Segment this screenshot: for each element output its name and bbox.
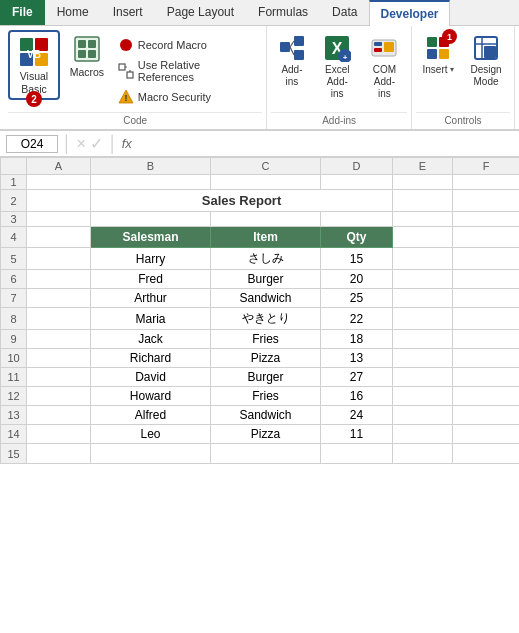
cell-e7[interactable] [393, 289, 453, 308]
cell-e6[interactable] [393, 270, 453, 289]
cell-a2[interactable] [27, 190, 91, 212]
tab-data[interactable]: Data [320, 0, 369, 25]
cell-d10[interactable]: 13 [321, 349, 393, 368]
cell-d14[interactable]: 11 [321, 425, 393, 444]
cell-c4-header[interactable]: Item [211, 227, 321, 248]
tab-file[interactable]: File [0, 0, 45, 25]
visual-basic-button[interactable]: VB VisualBasic 2 [8, 30, 60, 100]
cell-f9[interactable] [453, 330, 520, 349]
col-header-e[interactable]: E [393, 158, 453, 175]
cell-c7[interactable]: Sandwich [211, 289, 321, 308]
cell-f8[interactable] [453, 308, 520, 330]
excel-add-ins-button[interactable]: X + ExcelAdd-ins [315, 30, 360, 103]
cell-e9[interactable] [393, 330, 453, 349]
cell-b13[interactable]: Alfred [91, 406, 211, 425]
cell-b8[interactable]: Maria [91, 308, 211, 330]
cell-d5[interactable]: 15 [321, 248, 393, 270]
macros-button[interactable]: Macros [64, 30, 110, 81]
cell-a15[interactable] [27, 444, 91, 464]
cell-b1[interactable] [91, 175, 211, 190]
cell-f6[interactable] [453, 270, 520, 289]
cell-b11[interactable]: David [91, 368, 211, 387]
cell-e5[interactable] [393, 248, 453, 270]
record-macro-button[interactable]: Record Macro [114, 34, 261, 56]
cell-c11[interactable]: Burger [211, 368, 321, 387]
cell-b3[interactable] [91, 212, 211, 227]
cell-a5[interactable] [27, 248, 91, 270]
cell-a8[interactable] [27, 308, 91, 330]
cell-b9[interactable]: Jack [91, 330, 211, 349]
cell-d9[interactable]: 18 [321, 330, 393, 349]
cell-a11[interactable] [27, 368, 91, 387]
cell-a14[interactable] [27, 425, 91, 444]
cell-b14[interactable]: Leo [91, 425, 211, 444]
com-add-ins-button[interactable]: COMAdd-ins [362, 30, 407, 103]
tab-formulas[interactable]: Formulas [246, 0, 320, 25]
cell-c9[interactable]: Fries [211, 330, 321, 349]
tab-page-layout[interactable]: Page Layout [155, 0, 246, 25]
cell-f12[interactable] [453, 387, 520, 406]
cell-b6[interactable]: Fred [91, 270, 211, 289]
cell-e8[interactable] [393, 308, 453, 330]
cell-c6[interactable]: Burger [211, 270, 321, 289]
col-header-b[interactable]: B [91, 158, 211, 175]
cell-d12[interactable]: 16 [321, 387, 393, 406]
cell-e15[interactable] [393, 444, 453, 464]
cell-d11[interactable]: 27 [321, 368, 393, 387]
cell-f5[interactable] [453, 248, 520, 270]
insert-button[interactable]: 1 Insert ▾ [416, 30, 460, 78]
cell-d4-header[interactable]: Qty [321, 227, 393, 248]
cell-d6[interactable]: 20 [321, 270, 393, 289]
cell-b2-title[interactable]: Sales Report [91, 190, 393, 212]
design-mode-button[interactable]: DesignMode [462, 30, 510, 91]
cell-c12[interactable]: Fries [211, 387, 321, 406]
cell-f10[interactable] [453, 349, 520, 368]
cell-f1[interactable] [453, 175, 520, 190]
cell-c5[interactable]: さしみ [211, 248, 321, 270]
cell-c10[interactable]: Pizza [211, 349, 321, 368]
cell-d7[interactable]: 25 [321, 289, 393, 308]
col-header-f[interactable]: F [453, 158, 520, 175]
cell-a3[interactable] [27, 212, 91, 227]
tab-home[interactable]: Home [45, 0, 101, 25]
cell-f4[interactable] [453, 227, 520, 248]
cell-d8[interactable]: 22 [321, 308, 393, 330]
cell-d1[interactable] [321, 175, 393, 190]
col-header-d[interactable]: D [321, 158, 393, 175]
add-ins-button[interactable]: Add-ins [271, 30, 312, 91]
cell-b4-header[interactable]: Salesman [91, 227, 211, 248]
formula-input[interactable] [138, 137, 513, 151]
cell-e14[interactable] [393, 425, 453, 444]
cell-d3[interactable] [321, 212, 393, 227]
cell-f7[interactable] [453, 289, 520, 308]
cell-b12[interactable]: Howard [91, 387, 211, 406]
cell-e4[interactable] [393, 227, 453, 248]
cell-f13[interactable] [453, 406, 520, 425]
cell-a12[interactable] [27, 387, 91, 406]
tab-developer[interactable]: Developer [369, 0, 449, 26]
tab-insert[interactable]: Insert [101, 0, 155, 25]
cell-a13[interactable] [27, 406, 91, 425]
cell-b10[interactable]: Richard [91, 349, 211, 368]
cell-a10[interactable] [27, 349, 91, 368]
cell-f14[interactable] [453, 425, 520, 444]
cell-b7[interactable]: Arthur [91, 289, 211, 308]
col-header-a[interactable]: A [27, 158, 91, 175]
cell-e1[interactable] [393, 175, 453, 190]
cell-e3[interactable] [393, 212, 453, 227]
cell-d13[interactable]: 24 [321, 406, 393, 425]
cell-e12[interactable] [393, 387, 453, 406]
cell-f2[interactable] [453, 190, 520, 212]
cell-a1[interactable] [27, 175, 91, 190]
cell-f11[interactable] [453, 368, 520, 387]
cell-e11[interactable] [393, 368, 453, 387]
cell-e13[interactable] [393, 406, 453, 425]
cell-c8[interactable]: やきとり [211, 308, 321, 330]
cell-ref-input[interactable]: O24 [6, 135, 58, 153]
cell-a4[interactable] [27, 227, 91, 248]
cell-a7[interactable] [27, 289, 91, 308]
col-header-c[interactable]: C [211, 158, 321, 175]
cell-c13[interactable]: Sandwich [211, 406, 321, 425]
cell-f15[interactable] [453, 444, 520, 464]
use-relative-button[interactable]: Use Relative References [114, 57, 261, 85]
